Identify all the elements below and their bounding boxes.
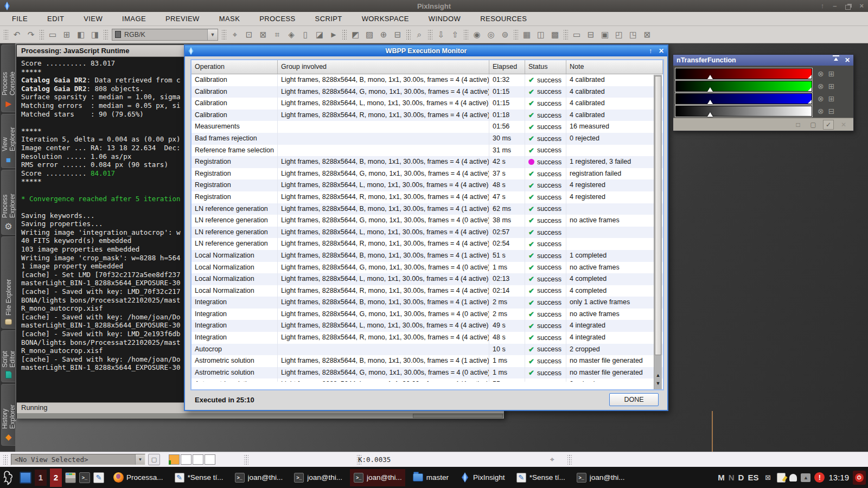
reset-channel-icon[interactable]: ⊗ [818, 93, 824, 104]
terminal-launcher-icon[interactable]: >_ [79, 472, 90, 483]
stf-midtone-marker[interactable] [707, 100, 713, 104]
track-view-icon[interactable]: ⌖ [228, 28, 242, 41]
dropdown-arrow-icon[interactable]: ▼ [135, 454, 145, 465]
workspace-button-1[interactable]: 1 [35, 470, 47, 486]
color-swatch[interactable] [205, 454, 215, 465]
new-instance-icon[interactable]: ◩ [348, 28, 362, 41]
drag-object-icon[interactable]: ⊟ [391, 28, 405, 41]
table-row[interactable]: Local NormalizationLight frames, 8288x56… [192, 250, 663, 262]
stf-square-icon[interactable]: □ [793, 120, 803, 130]
menu-item-script[interactable]: SCRIPT [315, 15, 342, 23]
menu-item-workspace[interactable]: WORKSPACE [362, 15, 409, 23]
restore-icon[interactable] [845, 5, 851, 10]
link-rgb-icon[interactable]: ⊞ [828, 81, 835, 92]
scroll-up-icon[interactable]: ▲ [656, 373, 661, 378]
table-row[interactable]: LN reference generationLight frames, 828… [192, 238, 663, 250]
minimize-icon[interactable]: – [833, 0, 837, 12]
task-button[interactable]: ✎*Sense tí... [513, 469, 569, 486]
pointer-mode-icon[interactable]: ► [327, 28, 341, 41]
table-row[interactable]: Astrometric solutionLight frames, 8288x5… [192, 367, 663, 379]
table-row[interactable]: Astrometric solutionLight frames, 8288x5… [192, 378, 663, 382]
done-button[interactable]: DONE [609, 393, 659, 406]
zoom-to-fit-icon[interactable]: ⊡ [242, 28, 256, 41]
sample-format-right-icon[interactable]: ◨ [88, 28, 102, 41]
stf-midtone-marker[interactable] [707, 112, 713, 117]
power-button[interactable]: ⏻ [853, 471, 866, 485]
window-list-icon[interactable] [65, 472, 76, 483]
editor-launcher-icon[interactable]: ✎ [93, 472, 104, 483]
screen-icon[interactable]: ⊟ [828, 106, 835, 117]
view-selector-dropdown[interactable]: <No View Selected> ▼ [11, 454, 145, 465]
edit-instance-icon[interactable]: ▨ [362, 28, 376, 41]
table-row[interactable]: IntegrationLight frames, 8288x5644, B, m… [192, 297, 663, 309]
table-row[interactable]: IntegrationLight frames, 8288x5644, L, m… [192, 320, 663, 332]
close-icon[interactable]: × [859, 0, 864, 12]
alert-icon[interactable]: ! [814, 472, 825, 483]
statusbar-drag-handle[interactable] [244, 455, 248, 465]
shade-window-icon[interactable]: ⊟ [584, 28, 598, 41]
table-row[interactable]: LN reference generationLight frames, 828… [192, 227, 663, 239]
table-row[interactable]: LN reference generationLight frames, 828… [192, 215, 663, 227]
task-button[interactable]: Processa... [110, 469, 167, 486]
sidebar-tab-script-editor[interactable]: Script Editor [1, 330, 15, 382]
menu-item-preview[interactable]: PREVIEW [165, 15, 200, 23]
edit-preview-icon[interactable]: ◪ [312, 28, 327, 41]
load-file-icon[interactable]: ⇧ [448, 28, 462, 41]
sidebar-tab-history-explorer[interactable]: History Explorer◆ [1, 384, 15, 446]
table-row[interactable]: CalibrationLight frames, 8288x5644, L, m… [192, 98, 663, 110]
statusbar-drag-handle[interactable] [567, 455, 572, 465]
column-header-elapsed[interactable]: Elapsed [489, 60, 525, 74]
table-row[interactable]: RegistrationLight frames, 8288x5644, B, … [192, 156, 663, 168]
table-row[interactable]: Measurements01:56✔success16 measured [192, 121, 663, 133]
reset-channel-icon[interactable]: ⊗ [818, 106, 824, 117]
sidebar-tab-process-console[interactable]: Process Console▶ [1, 44, 15, 112]
table-row[interactable]: RegistrationLight frames, 8288x5644, R, … [192, 191, 663, 203]
menu-item-mask[interactable]: MASK [219, 15, 240, 23]
undo-icon[interactable]: ↶ [10, 28, 24, 41]
corner-tl-icon[interactable]: ◰ [612, 28, 626, 41]
workspace-icon[interactable]: ▣ [598, 28, 612, 41]
notes-icon[interactable] [777, 473, 786, 483]
view-mode-button[interactable]: ▢ [148, 454, 160, 465]
dialog-titlebar[interactable]: WBPP Execution Monitor ↑ ✕ [185, 46, 667, 56]
window-manager-icon[interactable] [2, 470, 16, 486]
split-view-icon[interactable]: ◫ [534, 28, 548, 41]
browse-documentation-icon[interactable]: ⊕ [376, 28, 391, 41]
dropdown-arrow-icon[interactable]: ▼ [207, 29, 218, 40]
stf-enable-check-icon[interactable]: ✓ [823, 120, 834, 130]
save-file-icon[interactable]: ⇩ [434, 28, 448, 41]
stf-new-instance-icon[interactable]: ▢ [808, 120, 819, 130]
keyboard-indicator-es[interactable]: ES [748, 473, 758, 482]
stf-collapse-icon[interactable]: ✕ [838, 120, 849, 130]
table-row[interactable]: Local NormalizationLight frames, 8288x56… [192, 273, 663, 285]
table-row[interactable]: IntegrationLight frames, 8288x5644, R, m… [192, 332, 663, 344]
screen-icon[interactable]: ▭ [570, 28, 584, 41]
show-desktop-icon[interactable] [20, 472, 31, 484]
menu-item-image[interactable]: IMAGE [122, 15, 146, 23]
stf-gradient-bar-gray[interactable] [675, 106, 812, 117]
keyboard-indicator-m[interactable]: M [718, 473, 725, 482]
task-button[interactable]: >_joan@thi... [231, 469, 286, 486]
sample-format-left-icon[interactable]: ◧ [74, 28, 88, 41]
table-row[interactable]: Astrometric solutionLight frames, 8288x5… [192, 355, 663, 367]
stf-gradient-bar-red[interactable] [675, 68, 812, 79]
menu-item-edit[interactable]: EDIT [47, 15, 64, 23]
dialog-shade-icon[interactable]: ↑ [649, 47, 652, 55]
find-process-icon[interactable]: ⌕ [412, 28, 426, 41]
table-row[interactable]: LN reference generationLight frames, 828… [192, 203, 663, 215]
table-row[interactable]: CalibrationLight frames, 8288x5644, B, m… [192, 74, 663, 86]
workspace-button-2[interactable]: 2 [50, 468, 62, 487]
stf-close-icon[interactable]: ✕ [845, 55, 850, 65]
close-all-icon[interactable]: ⊠ [640, 28, 654, 41]
sidebar-tab-view-explorer[interactable]: View Explorer■ [1, 114, 15, 168]
menu-item-process[interactable]: PROCESS [259, 15, 295, 23]
package-icon[interactable]: ⊠ [762, 472, 773, 483]
scroll-down-icon[interactable]: ▼ [656, 381, 661, 386]
table-vertical-scrollbar[interactable]: ▲ ▼ [654, 75, 662, 389]
shade-window-icon[interactable]: ↑ [821, 0, 825, 12]
stf-gradient-bar-blue[interactable] [675, 93, 812, 104]
display-mode-dropdown[interactable]: RGB/K▼ [112, 29, 218, 41]
dialog-close-icon[interactable]: ✕ [659, 47, 664, 55]
image-identifier-icon[interactable]: ▭ [46, 28, 60, 41]
link-rgb-icon[interactable]: ⊞ [828, 93, 835, 104]
